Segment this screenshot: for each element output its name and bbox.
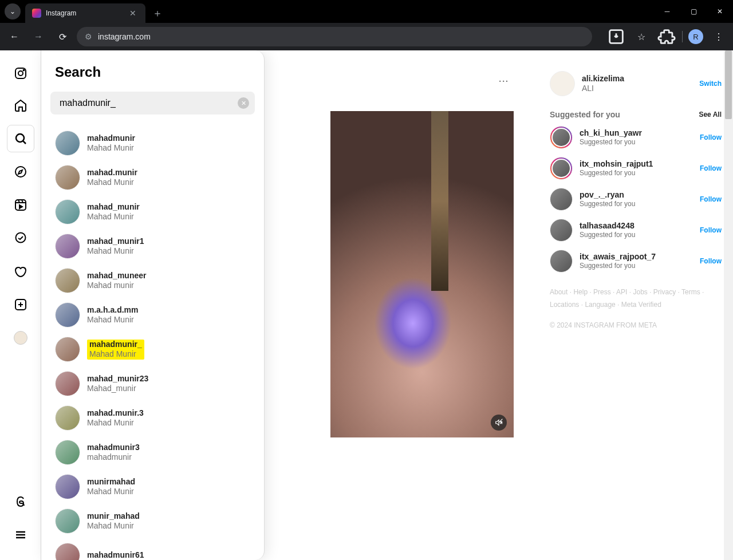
footer-link[interactable]: Privacy (653, 288, 676, 296)
nav-more[interactable] (7, 521, 34, 549)
search-result-row[interactable]: mahad_muneerMahad munir (50, 263, 255, 298)
suggestion-row: itx_awais_rajpoot_7Suggested for youFoll… (550, 250, 722, 273)
suggestion-username[interactable]: talhasaad4248 (580, 221, 635, 231)
mute-button[interactable] (491, 415, 507, 431)
suggestion-username[interactable]: itx_awais_rajpoot_7 (580, 252, 656, 262)
account-avatar[interactable] (550, 71, 575, 96)
new-tab-button[interactable]: ＋ (145, 6, 170, 20)
scrollbar-thumb[interactable] (725, 50, 732, 119)
search-result-row[interactable]: mahad.munir.3Mahad Munir (50, 401, 255, 435)
follow-link[interactable]: Follow (700, 164, 722, 172)
clear-search-icon[interactable]: ✕ (238, 97, 249, 109)
nav-explore[interactable] (7, 158, 34, 186)
browser-toolbar: ← → ⟳ ⚙ instagram.com ☆ R ⋮ (0, 23, 733, 50)
svg-point-5 (15, 167, 26, 177)
forward-button[interactable]: → (29, 27, 48, 46)
chrome-menu-icon[interactable]: ⋮ (709, 27, 728, 46)
svg-rect-6 (15, 200, 26, 210)
search-result-row[interactable]: mahad_munirMahad Munir (50, 195, 255, 229)
footer-link[interactable]: Meta Verified (621, 301, 661, 309)
nav-threads[interactable] (7, 488, 34, 515)
nav-search[interactable] (7, 125, 34, 152)
right-sidebar: ali.kizelima ALI Switch Suggested for yo… (550, 50, 733, 560)
result-avatar (55, 199, 80, 224)
site-info-icon[interactable]: ⚙ (85, 32, 92, 41)
suggestion-avatar[interactable] (550, 250, 573, 273)
follow-link[interactable]: Follow (700, 226, 722, 234)
nav-home[interactable] (7, 92, 34, 119)
search-result-row[interactable]: mahadmunirMahad Munir (50, 126, 255, 160)
nav-messages[interactable] (7, 224, 34, 252)
browser-titlebar: ⌄ Instagram ✕ ＋ ─ ▢ ✕ (0, 0, 733, 23)
search-result-row[interactable]: mahadmunir61 (50, 538, 255, 560)
suggestion-avatar[interactable] (550, 157, 573, 180)
post-caption-fragment: ui 2 (245, 97, 514, 107)
see-all-link[interactable]: See All (699, 111, 722, 119)
search-results-list[interactable]: mahadmunirMahad Munirmahad.munirMahad Mu… (41, 121, 264, 560)
post-more-button[interactable]: ··· (494, 72, 514, 90)
suggestion-avatar[interactable] (550, 188, 573, 211)
footer-copyright: © 2024 INSTAGRAM FROM META (550, 321, 722, 329)
nav-profile[interactable] (7, 324, 34, 352)
suggestion-username[interactable]: itx_mohsin_rajput1 (580, 159, 653, 169)
reload-button[interactable]: ⟳ (53, 27, 72, 46)
install-app-icon[interactable] (606, 27, 626, 46)
search-input[interactable] (50, 92, 255, 115)
result-avatar (55, 440, 80, 465)
suggestion-avatar[interactable] (550, 219, 573, 242)
result-avatar (55, 165, 80, 190)
footer-link[interactable]: Terms (681, 288, 700, 296)
suggestion-subtext: Suggested for you (580, 262, 656, 270)
suggestion-avatar[interactable] (550, 126, 573, 149)
footer-link[interactable]: Locations (550, 301, 579, 309)
close-tab-icon[interactable]: ✕ (127, 9, 139, 18)
search-result-row[interactable]: mahad_munir23Mahad_munir (50, 366, 255, 401)
search-result-row[interactable]: mahadmunir_Mahad Munir (50, 332, 255, 366)
bookmark-icon[interactable]: ☆ (632, 27, 651, 46)
result-username: mahadmunir61 (87, 550, 144, 560)
footer-link[interactable]: About (550, 288, 568, 296)
result-fullname: mahadmunir (87, 452, 140, 463)
search-result-row[interactable]: mahad_munir1Mahad Munir (50, 229, 255, 263)
address-bar[interactable]: ⚙ instagram.com (77, 27, 592, 46)
search-result-row[interactable]: munirmahadMahad Munir (50, 470, 255, 504)
minimize-button[interactable]: ─ (654, 0, 680, 23)
result-avatar (55, 337, 80, 362)
back-button[interactable]: ← (5, 27, 24, 46)
result-fullname: Mahad Munir (87, 178, 137, 188)
account-username[interactable]: ali.kizelima (582, 74, 624, 84)
browser-tab[interactable]: Instagram ✕ (25, 3, 145, 23)
suggestion-username[interactable]: pov_._.ryan (580, 190, 635, 200)
result-avatar (55, 302, 80, 328)
nav-notifications[interactable] (7, 258, 34, 285)
close-window-button[interactable]: ✕ (707, 0, 733, 23)
page-scrollbar[interactable] (724, 50, 733, 560)
footer-link[interactable]: Press (593, 288, 611, 296)
search-result-row[interactable]: mahadmunir3mahadmunir (50, 435, 255, 470)
follow-link[interactable]: Follow (700, 195, 722, 203)
svg-point-2 (18, 71, 23, 76)
footer-link[interactable]: Help (573, 288, 588, 296)
nav-create[interactable] (7, 291, 34, 318)
follow-link[interactable]: Follow (700, 133, 722, 141)
extensions-icon[interactable] (657, 27, 676, 46)
toolbar-separator (682, 31, 683, 42)
footer-link[interactable]: Jobs (633, 288, 647, 296)
search-result-row[interactable]: munir_mahadMahad Munir (50, 504, 255, 538)
instagram-logo-icon[interactable] (14, 66, 27, 80)
search-result-row[interactable]: m.a.h.a.d.mmMahad Munir (50, 298, 255, 332)
result-username: mahadmunir3 (87, 443, 140, 453)
footer-link[interactable]: API (616, 288, 627, 296)
tab-search-dropdown[interactable]: ⌄ (5, 3, 21, 19)
nav-reels[interactable] (7, 191, 34, 219)
suggestion-username[interactable]: ch_ki_hun_yawr (580, 128, 642, 138)
footer-link[interactable]: Language (585, 301, 615, 309)
follow-link[interactable]: Follow (700, 257, 722, 265)
nav-rail (0, 50, 41, 560)
chrome-profile-badge[interactable]: R (688, 29, 703, 44)
maximize-button[interactable]: ▢ (680, 0, 707, 23)
switch-account-link[interactable]: Switch (699, 80, 722, 88)
search-result-row[interactable]: mahad.munirMahad Munir (50, 160, 255, 195)
suggestion-subtext: Suggested for you (580, 200, 635, 208)
post-media[interactable] (330, 111, 514, 437)
